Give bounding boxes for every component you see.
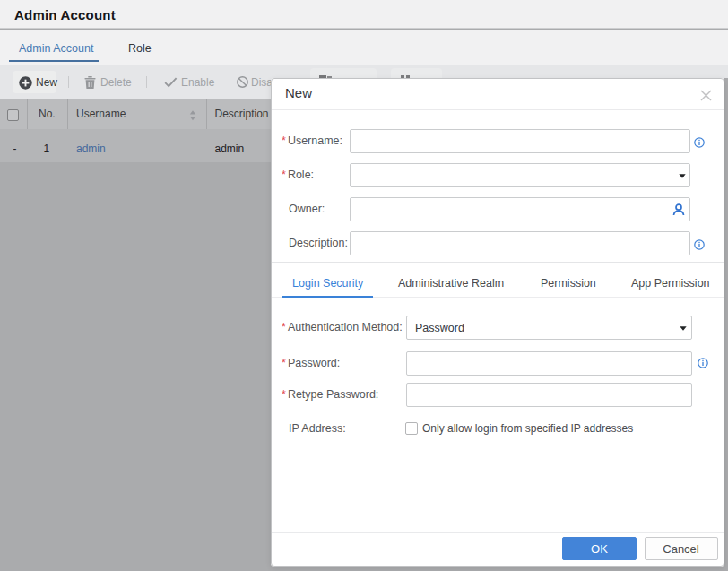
auth-method-value: Password <box>415 316 464 341</box>
caret-down-icon <box>680 326 687 331</box>
dialog-tab-permission[interactable]: Permission <box>541 271 596 296</box>
col-header-username: Username <box>76 99 126 129</box>
required-marker: * <box>282 388 286 401</box>
password-input[interactable] <box>406 351 692 376</box>
ok-button[interactable]: OK <box>562 537 637 560</box>
column-divider <box>27 99 28 129</box>
password-label: *Password: <box>282 351 340 376</box>
required-marker: * <box>282 134 286 147</box>
page-title-bar: Admin Account <box>0 0 728 29</box>
cancel-button[interactable]: Cancel <box>645 537 718 560</box>
description-label: Description: <box>289 231 348 255</box>
dim-strip <box>724 78 728 571</box>
required-marker: * <box>282 169 286 181</box>
auth-method-label: *Authentication Method: <box>282 316 403 340</box>
role-label-text: Role: <box>288 169 314 181</box>
delete-button[interactable]: Delete <box>100 65 132 100</box>
column-divider <box>67 99 68 129</box>
auth-method-select[interactable]: Password <box>406 316 692 340</box>
ip-address-label: IP Address: <box>289 417 346 441</box>
trash-icon <box>84 76 96 89</box>
owner-label-text: Owner: <box>289 203 325 215</box>
dialog-tab-login-security[interactable]: Login Security <box>292 271 363 296</box>
username-label-text: Username: <box>288 134 342 147</box>
ip-address-label-text: IP Address: <box>289 422 346 435</box>
caret-down-icon <box>679 174 686 178</box>
description-label-text: Description: <box>289 237 348 249</box>
page-title: Admin Account <box>14 0 116 29</box>
col-header-no: No. <box>39 99 56 129</box>
retype-password-input[interactable] <box>406 383 692 407</box>
column-divider <box>206 99 207 129</box>
select-all-checkbox[interactable] <box>7 109 19 121</box>
retype-password-label: *Retype Password: <box>282 383 378 407</box>
toolbar-separator <box>146 76 147 88</box>
dialog-tab-administrative-realm[interactable]: Administrative Realm <box>398 271 504 296</box>
sort-icon[interactable] <box>189 110 196 121</box>
info-icon[interactable] <box>694 239 705 250</box>
page-tab-bar: Admin Account Role <box>0 30 728 65</box>
dialog-footer: OK Cancel <box>271 532 724 566</box>
info-icon[interactable] <box>698 358 708 368</box>
row-username-link[interactable]: admin <box>76 129 106 162</box>
new-dialog: New *Username: *Role: Owner: Description… <box>271 78 724 567</box>
tab-role[interactable]: Role <box>128 30 152 60</box>
owner-input[interactable] <box>350 197 690 221</box>
dialog-title: New <box>285 78 312 110</box>
role-label: *Role: <box>282 163 314 187</box>
col-header-description: Description <box>215 99 269 129</box>
row-no: 1 <box>44 129 50 162</box>
dialog-tab-app-permission[interactable]: App Permission <box>631 271 710 296</box>
password-label-text: Password: <box>288 357 340 369</box>
auth-method-label-text: Authentication Method: <box>288 321 403 333</box>
active-tab-underline <box>9 60 99 62</box>
retype-password-label-text: Retype Password: <box>288 388 378 401</box>
row-description: admin <box>215 129 245 162</box>
tab-admin-account[interactable]: Admin Account <box>19 30 93 60</box>
toolbar-button-fragment <box>391 68 442 78</box>
row-select: - <box>13 129 17 162</box>
ban-icon <box>237 76 248 88</box>
owner-label: Owner: <box>289 197 325 221</box>
dialog-active-tab-underline <box>282 296 373 298</box>
plus-circle-icon <box>19 76 32 90</box>
toolbar-separator <box>68 76 69 88</box>
enable-button[interactable]: Enable <box>181 65 214 100</box>
close-icon[interactable] <box>700 90 712 101</box>
username-input[interactable] <box>350 129 690 153</box>
info-icon[interactable] <box>694 137 705 148</box>
required-marker: * <box>282 357 286 369</box>
check-icon <box>164 77 178 88</box>
dialog-header: New <box>271 78 724 110</box>
description-input[interactable] <box>350 231 690 255</box>
person-icon[interactable] <box>672 203 685 216</box>
role-select[interactable] <box>350 163 690 187</box>
ip-restrict-checkbox[interactable] <box>405 422 418 435</box>
username-label: *Username: <box>282 129 342 153</box>
section-divider <box>271 262 724 263</box>
required-marker: * <box>282 321 286 333</box>
new-button-label[interactable]: New <box>36 65 57 100</box>
ip-restrict-checkbox-label[interactable]: Only allow login from specified IP addre… <box>422 422 633 436</box>
